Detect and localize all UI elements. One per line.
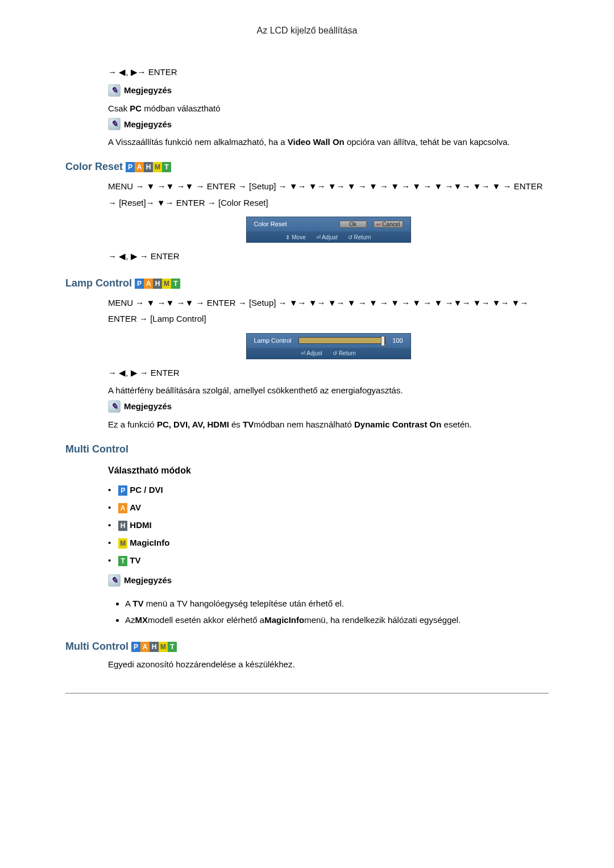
list-item: A TV menü a TV hangolóegység telepítése … (125, 595, 549, 612)
mode-p-icon: P (131, 642, 140, 652)
multi-notes-list: A TV menü a TV hangolóegység telepítése … (108, 595, 549, 628)
osd-footer-adjust: ⏎ Adjust (301, 350, 322, 356)
mode-a-icon: A (144, 279, 153, 289)
osd-footer-adjust: ⏎ Adjust (316, 234, 338, 240)
pre-block: → ◀, ▶→ ENTER ✎ Megjegyzés Csak PC módba… (108, 64, 549, 148)
osd-footer: ⇕ Move ⏎ Adjust ↺ Return (246, 231, 411, 243)
note2-text: A Visszaállítás funkció nem alkalmazható… (108, 136, 549, 148)
section-title-lamp: Lamp Control P A H M T (65, 277, 549, 289)
osd-row: Color Reset Ok Cancel (246, 217, 411, 231)
osd-ok-button[interactable]: Ok (339, 221, 367, 228)
note-label: Megjegyzés (124, 401, 172, 411)
list-item: AzMXmodell esetén akkor elérhető aMagicI… (125, 612, 549, 628)
lamp-post: → ◀, ▶ → ENTER (108, 365, 549, 381)
b1-b1: MX (135, 615, 148, 625)
osd-color-reset: Color Reset Ok Cancel ⇕ Move ⏎ Adjust ↺ … (246, 217, 411, 243)
osd-cancel-button[interactable]: Cancel (374, 221, 403, 228)
osd-label: Color Reset (254, 221, 287, 227)
mode-h-icon: H (144, 162, 153, 172)
lamp-slider[interactable] (298, 337, 386, 344)
footer-rule (65, 693, 549, 693)
multi2-body: Egyedi azonosító hozzárendelése a készül… (108, 658, 549, 671)
mode-h-icon: H (150, 642, 159, 652)
mode-a-icon: A (135, 162, 144, 172)
mode-badges: P A H M T (131, 642, 177, 652)
multi2-title: Multi Control (65, 641, 128, 652)
note1-suffix: módban választható (142, 103, 220, 113)
note2-vw: Video Wall On (288, 137, 345, 147)
note-label: Megjegyzés (124, 575, 172, 585)
lamp-desc: A háttérfény beállítására szolgál, amell… (108, 384, 549, 397)
osd-footer: ⏎ Adjust ↺ Return (246, 348, 411, 359)
note-label: Megjegyzés (124, 119, 172, 129)
ln-a: Ez a funkció (108, 420, 157, 429)
color-reset-body: MENU → ▼ →▼ →▼ → ENTER → [Setup] → ▼→ ▼→… (108, 178, 549, 265)
mode-t-icon: T (118, 556, 127, 566)
lamp-title: Lamp Control (65, 277, 132, 289)
mode-m-icon: M (159, 642, 168, 652)
color-reset-nav: MENU → ▼ →▼ →▼ → ENTER → [Setup] → ▼→ ▼→… (108, 178, 549, 211)
list-item: • P PC / DVI (108, 481, 549, 499)
mode-label: HDMI (130, 520, 151, 530)
b1-post: menü, ha rendelkezik hálózati egységgel. (304, 615, 460, 625)
mode-p-icon: P (135, 279, 144, 289)
mode-m-icon: M (162, 279, 171, 289)
note-icon: ✎ (108, 574, 121, 587)
color-reset-post: → ◀, ▶ → ENTER (108, 248, 549, 265)
osd-row: Lamp Control 100 (246, 333, 411, 348)
mode-t-icon: T (168, 642, 177, 652)
multi2-desc: Egyedi azonosító hozzárendelése a készül… (108, 658, 549, 671)
mode-m-icon: M (118, 538, 127, 549)
mode-t-icon: T (171, 279, 180, 289)
mode-a-icon: A (140, 642, 150, 652)
osd-footer-return: ↺ Return (348, 234, 371, 240)
mode-a-icon: A (118, 503, 127, 513)
list-item: • M MagicInfo (108, 534, 549, 552)
modes-list: • P PC / DVI • A AV • H HDMI • M MagicIn… (108, 481, 549, 570)
b1-pre: Az (125, 615, 135, 625)
mode-badges: P A H M T (126, 162, 171, 172)
ln-mid: és (229, 420, 243, 429)
page-title: Az LCD kijelző beállítása (65, 26, 549, 36)
osd-footer-move: ⇕ Move (285, 234, 305, 240)
mode-m-icon: M (153, 162, 162, 172)
lamp-nav: MENU → ▼ →▼ →▼ → ENTER → [Setup] → ▼→ ▼→… (108, 295, 549, 327)
note1-prefix: Csak (108, 103, 130, 113)
color-reset-title: Color Reset (65, 161, 123, 172)
lamp-value: 100 (392, 337, 403, 344)
note-block-lamp: ✎ Megjegyzés (108, 400, 549, 413)
section-title-color-reset: Color Reset P A H M T (65, 161, 549, 173)
mode-label: AV (130, 502, 141, 512)
note2-a: A Visszaállítás funkció nem alkalmazható… (108, 137, 288, 147)
note-icon: ✎ (108, 118, 121, 130)
b0-b1: TV (132, 599, 143, 608)
mode-label: MagicInfo (130, 538, 169, 547)
list-item: • H HDMI (108, 517, 549, 534)
list-item: • T TV (108, 552, 549, 570)
multi-subhead: Választható módok (108, 466, 549, 476)
ln-dyn: Dynamic Contrast On (354, 420, 441, 429)
b0-pre: A (125, 599, 132, 608)
b1-b2: MagicInfo (264, 615, 304, 625)
lamp-body: MENU → ▼ →▼ →▼ → ENTER → [Setup] → ▼→ ▼→… (108, 295, 549, 431)
note-block: ✎ Megjegyzés (108, 84, 549, 97)
ln-c: esetén. (441, 420, 471, 429)
nav-enter-line: → ◀, ▶→ ENTER (108, 64, 549, 81)
mode-h-icon: H (118, 521, 127, 531)
section-title-multi: Multi Control (65, 443, 549, 455)
note-icon: ✎ (108, 84, 121, 97)
note2-b: opcióra van állítva, tehát be van kapcso… (345, 137, 510, 147)
mode-label: TV (130, 555, 140, 565)
note1-text: Csak PC módban választható (108, 102, 549, 115)
osd-label: Lamp Control (254, 337, 292, 344)
ln-modes: PC, DVI, AV, HDMI (157, 420, 229, 429)
note-icon: ✎ (108, 400, 121, 413)
multi-body: Választható módok • P PC / DVI • A AV • … (108, 466, 549, 628)
mode-p-icon: P (126, 162, 135, 172)
note-label: Megjegyzés (124, 85, 172, 95)
list-item: • A AV (108, 499, 549, 517)
document-page: Az LCD kijelző beállítása → ◀, ▶→ ENTER … (0, 0, 614, 868)
osd-lamp: Lamp Control 100 ⏎ Adjust ↺ Return (246, 333, 411, 359)
note1-pc: PC (130, 103, 142, 113)
mode-t-icon: T (162, 162, 171, 172)
